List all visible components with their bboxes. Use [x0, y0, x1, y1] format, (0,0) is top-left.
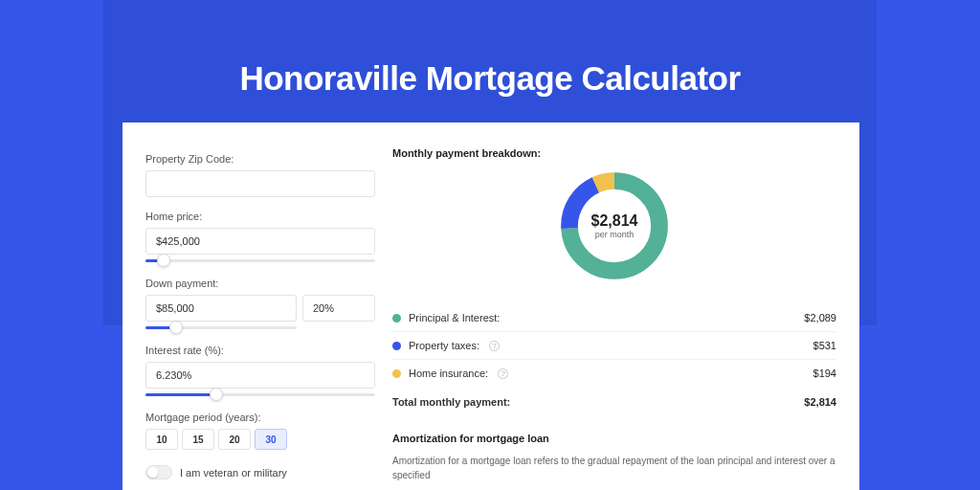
legend-dot — [392, 369, 401, 378]
amortization-title: Amortization for mortgage loan — [392, 433, 836, 444]
info-icon[interactable]: ? — [498, 368, 508, 379]
breakdown-title: Monthly payment breakdown: — [392, 147, 836, 159]
donut-chart-wrap: $2,814 per month — [392, 167, 836, 285]
period-btn-15[interactable]: 15 — [182, 429, 214, 450]
mortgage-period-options: 10152030 — [145, 429, 375, 450]
period-btn-20[interactable]: 20 — [218, 429, 251, 450]
zip-input[interactable] — [145, 170, 375, 197]
form-column: Property Zip Code: Home price: Down paym… — [145, 153, 375, 479]
legend-value: $531 — [813, 340, 836, 351]
zip-group: Property Zip Code: — [145, 153, 375, 197]
down-payment-input[interactable] — [145, 295, 297, 322]
legend-value: $194 — [813, 368, 836, 379]
veteran-toggle-row: I am veteran or military — [145, 465, 375, 479]
down-payment-slider-thumb[interactable] — [169, 321, 183, 334]
veteran-toggle[interactable] — [145, 465, 172, 479]
period-btn-30[interactable]: 30 — [255, 429, 287, 450]
interest-rate-label: Interest rate (%): — [145, 345, 375, 356]
donut-chart: $2,814 per month — [555, 167, 674, 285]
mortgage-period-group: Mortgage period (years): 10152030 — [145, 412, 375, 450]
home-price-label: Home price: — [145, 211, 375, 222]
legend-dot — [392, 314, 401, 323]
veteran-label: I am veteran or military — [180, 467, 287, 479]
zip-label: Property Zip Code: — [145, 153, 375, 165]
veteran-toggle-knob — [147, 467, 158, 478]
total-row: Total monthly payment: $2,814 — [392, 387, 836, 408]
breakdown-column: Monthly payment breakdown: $2,814 per mo… — [392, 147, 836, 482]
legend-label: Home insurance: — [409, 368, 488, 379]
legend-row-0: Principal & Interest:$2,089 — [392, 304, 836, 332]
down-payment-slider[interactable] — [145, 323, 297, 333]
down-payment-pct-input[interactable] — [302, 295, 375, 322]
legend-dot — [392, 342, 401, 350]
interest-rate-slider-fill — [145, 393, 216, 396]
down-payment-group: Down payment: — [145, 278, 375, 333]
donut-center: $2,814 per month — [555, 167, 674, 285]
legend: Principal & Interest:$2,089Property taxe… — [392, 304, 836, 387]
donut-amount: $2,814 — [591, 212, 638, 230]
interest-rate-slider[interactable] — [145, 390, 375, 400]
interest-rate-slider-thumb[interactable] — [210, 388, 223, 401]
legend-label: Principal & Interest: — [409, 312, 500, 323]
period-btn-10[interactable]: 10 — [145, 429, 178, 450]
amortization-body: Amortization for a mortgage loan refers … — [392, 454, 836, 482]
page-title: Honoraville Mortgage Calculator — [0, 59, 980, 98]
down-payment-label: Down payment: — [145, 278, 375, 289]
total-value: $2,814 — [804, 396, 836, 408]
interest-rate-group: Interest rate (%): — [145, 345, 375, 400]
donut-sub: per month — [595, 230, 635, 239]
legend-label: Property taxes: — [409, 340, 479, 351]
info-icon[interactable]: ? — [489, 341, 500, 351]
legend-row-2: Home insurance:?$194 — [392, 360, 836, 387]
legend-row-1: Property taxes:?$531 — [392, 332, 836, 360]
mortgage-period-label: Mortgage period (years): — [145, 412, 375, 423]
home-price-group: Home price: — [145, 211, 375, 266]
home-price-slider[interactable] — [145, 256, 375, 266]
total-label: Total monthly payment: — [392, 396, 510, 408]
calculator-card: Property Zip Code: Home price: Down paym… — [122, 122, 859, 490]
amortization-section: Amortization for mortgage loan Amortizat… — [392, 433, 836, 482]
legend-value: $2,089 — [804, 312, 836, 323]
home-price-slider-thumb[interactable] — [157, 254, 170, 267]
interest-rate-input[interactable] — [145, 362, 375, 389]
home-price-input[interactable] — [145, 228, 375, 255]
